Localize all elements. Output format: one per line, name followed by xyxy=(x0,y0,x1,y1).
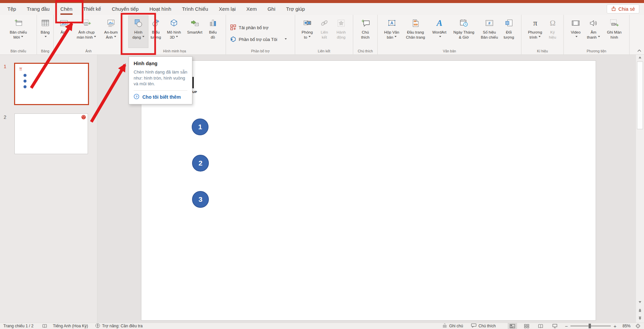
logo-mark xyxy=(19,66,23,72)
picture-button[interactable]: Ảnh xyxy=(55,16,73,48)
ribbon-group-illustrations: Hìnhdạng Biểutượng Mô hình3D SmartArt Bi… xyxy=(124,15,226,54)
zoom-button[interactable]: Phóngto xyxy=(298,16,317,48)
view-reading-icon[interactable] xyxy=(536,323,545,329)
my-addins-button[interactable]: Phần bổ trợ của Tôi xyxy=(230,36,287,43)
slide-number-icon: # xyxy=(485,17,494,29)
chevron-down-icon xyxy=(94,36,96,38)
tab-home[interactable]: Trang đầu xyxy=(21,3,55,15)
view-sorter-icon[interactable] xyxy=(522,323,531,329)
view-normal-icon[interactable] xyxy=(508,323,517,329)
comment-button[interactable]: Chúthích xyxy=(356,16,375,48)
numbered-circle-1[interactable]: 1 xyxy=(192,119,209,135)
ribbon-group-table: Bảng Bảng xyxy=(37,15,54,54)
slide-2-thumbnail[interactable] xyxy=(14,113,88,154)
view-slideshow-icon[interactable] xyxy=(550,323,559,329)
ribbon: Bản chiếuMới Bản chiếu Bảng Bảng Ảnh Ảnh… xyxy=(0,15,644,55)
slide-1-thumbnail[interactable] xyxy=(14,63,89,105)
audio-button[interactable]: Âmthanh xyxy=(584,16,603,48)
chevron-down-icon xyxy=(309,36,311,38)
tab-file[interactable]: Tệp xyxy=(2,3,21,15)
zoom-slider[interactable] xyxy=(570,326,611,326)
chevron-down-icon xyxy=(598,36,600,38)
slide-1-number: 1 xyxy=(4,64,6,69)
tab-design[interactable]: Thiết kế xyxy=(78,3,106,15)
smartart-button[interactable]: SmartArt xyxy=(184,16,205,48)
tab-animations[interactable]: Hoạt hình xyxy=(144,3,177,15)
chevron-down-icon xyxy=(576,36,578,38)
mini-marker-2 xyxy=(24,80,27,83)
table-button[interactable]: Bảng xyxy=(37,16,53,48)
mini-marker-1 xyxy=(24,74,27,77)
fit-slide-icon[interactable] xyxy=(633,323,643,329)
icons-icon xyxy=(151,17,160,29)
group-label-slides: Bản chiếu xyxy=(0,48,37,54)
next-slide-icon[interactable] xyxy=(636,317,644,320)
zoom-out-icon[interactable]: − xyxy=(565,324,568,329)
spellcheck-icon[interactable] xyxy=(42,324,47,328)
chart-button[interactable]: Biểuđồ xyxy=(205,16,221,48)
tab-transitions[interactable]: Chuyển tiếp xyxy=(106,3,144,15)
prev-slide-icon[interactable] xyxy=(636,309,644,312)
screenshot-button[interactable]: Ảnh chụpmàn hình xyxy=(73,16,100,48)
ribbon-group-slides: Bản chiếuMới Bản chiếu xyxy=(0,15,37,54)
scrollbar-thumb[interactable] xyxy=(637,61,643,129)
smartart-icon xyxy=(190,17,199,29)
tell-me-more-link[interactable]: ? Cho tôi biết thêm xyxy=(134,94,187,100)
equation-icon: π xyxy=(531,17,540,29)
accessibility-status[interactable]: Trợ năng: Cần điều tra xyxy=(95,323,143,329)
menu-bar: Tệp Trang đầu Chèn Thiết kế Chuyển tiếp … xyxy=(0,3,644,15)
slide-number-button[interactable]: # Số hiệuBản chiếu xyxy=(478,16,501,48)
shapes-icon xyxy=(134,17,143,29)
status-bar: Trang chiếu 1 / 2 Tiếng Anh (Hoa Kỳ) Trợ… xyxy=(0,323,644,329)
tab-help[interactable]: Trợ giúp xyxy=(281,3,310,15)
screenshot-icon xyxy=(82,17,91,29)
video-button[interactable]: Video xyxy=(567,16,584,48)
tooltip-title: Hình dạng xyxy=(134,61,187,66)
ribbon-group-images: Ảnh Ảnh chụpmàn hình An-bumẢnh Ảnh xyxy=(54,15,124,54)
tab-review[interactable]: Xem lại xyxy=(214,3,241,15)
photo-album-button[interactable]: An-bumẢnh xyxy=(100,16,122,48)
header-footer-button[interactable]: Đầu trangChân trang xyxy=(402,16,429,48)
group-label-illustrations: Hình minh họa xyxy=(124,48,226,54)
mini-marker-3 xyxy=(24,85,27,88)
numbered-circle-2[interactable]: 2 xyxy=(192,155,209,172)
link-button: Liênkết xyxy=(317,16,332,48)
group-label-comments: Chú thích xyxy=(353,48,377,54)
comments-toggle[interactable]: Chú thích xyxy=(471,323,496,329)
chevron-down-icon xyxy=(64,36,66,38)
symbol-button: Ω Kýhiệu xyxy=(545,16,560,48)
scroll-down-icon[interactable] xyxy=(636,301,644,303)
tab-insert[interactable]: Chèn xyxy=(55,3,78,15)
slide-editing-surface[interactable]: UP 1 2 3 xyxy=(141,60,596,321)
new-slide-button[interactable]: Bản chiếuMới xyxy=(4,16,33,48)
object-button[interactable]: Đốitượng xyxy=(501,16,517,48)
share-button[interactable]: Chia sẻ xyxy=(607,4,639,13)
tab-record[interactable]: Ghi xyxy=(262,3,281,15)
tab-view[interactable]: Xem xyxy=(241,3,262,15)
zoom-slider-thumb[interactable] xyxy=(589,324,591,328)
3d-model-icon xyxy=(170,17,178,29)
zoom-in-icon[interactable]: + xyxy=(613,324,616,329)
chevron-down-icon xyxy=(114,36,116,38)
collapse-ribbon-icon[interactable] xyxy=(637,47,641,53)
zoom-level[interactable]: 85% xyxy=(616,324,631,328)
notes-toggle[interactable]: Ghi chú xyxy=(442,323,463,329)
3d-models-button[interactable]: Mô hình3D xyxy=(164,16,184,48)
icons-button[interactable]: Biểutượng xyxy=(148,16,164,48)
equation-button[interactable]: π Phươngtrình xyxy=(525,16,545,48)
get-addins-button[interactable]: Tải phần bổ trợ xyxy=(230,25,269,31)
header-footer-icon xyxy=(411,17,420,29)
textbox-button[interactable]: A Hộp Vănbản xyxy=(382,16,402,48)
scroll-up-icon[interactable] xyxy=(636,56,644,58)
chevron-down-icon xyxy=(176,36,178,38)
symbol-icon: Ω xyxy=(548,17,557,29)
date-time-button[interactable]: Ngày Tháng& Giờ xyxy=(450,16,478,48)
tab-slideshow[interactable]: Trình Chiếu xyxy=(177,3,214,15)
svg-text:?: ? xyxy=(135,95,137,98)
screen-recording-button[interactable]: Ghi Mànhình xyxy=(603,16,626,48)
accessibility-icon xyxy=(95,323,100,329)
shapes-button[interactable]: Hìnhdạng xyxy=(129,16,148,48)
numbered-circle-3[interactable]: 3 xyxy=(192,191,209,208)
language-indicator[interactable]: Tiếng Anh (Hoa Kỳ) xyxy=(53,324,88,328)
wordart-button[interactable]: A WordArt xyxy=(429,16,450,48)
